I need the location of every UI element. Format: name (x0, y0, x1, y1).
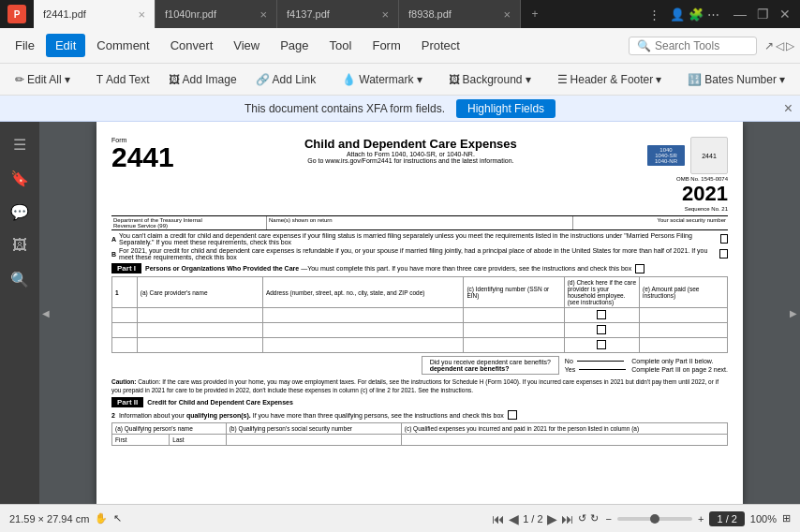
tab-close-icon[interactable]: × (259, 7, 267, 22)
tab-f8938[interactable]: f8938.pdf × (399, 0, 521, 28)
add-image-button[interactable]: 🖼 Add Image (161, 69, 244, 90)
table-cell-addr-3 (262, 338, 464, 353)
ssn-label: Your social security number (572, 216, 728, 229)
form-title-block: Child and Dependent Care Expenses Attach… (182, 137, 640, 164)
close-notification-icon[interactable]: × (784, 100, 793, 117)
bates-number-button[interactable]: 🔢 Bates Number ▾ (680, 69, 793, 90)
tab-close-icon[interactable]: × (138, 7, 145, 22)
user-icon[interactable]: 👤 (670, 7, 685, 22)
toolbar: ✏ Edit All ▾ T Add Text 🖼 Add Image 🔗 Ad… (0, 64, 800, 96)
table-cell-name-1 (137, 308, 262, 323)
zoom-in-button[interactable]: + (698, 513, 704, 525)
background-button[interactable]: 🖼 Background ▾ (441, 69, 539, 90)
add-text-button[interactable]: T Add Text (89, 69, 157, 90)
menu-view[interactable]: View (224, 34, 269, 57)
row2-num: 2 (111, 412, 115, 419)
forward-icon[interactable]: ▷ (786, 39, 794, 52)
menu-tool[interactable]: Tool (320, 34, 362, 57)
select-tool-icon[interactable]: ↖ (113, 512, 122, 525)
watermark-button[interactable]: 💧 Watermark ▾ (334, 69, 429, 90)
status-bar: 21.59 × 27.94 cm ✋ ↖ ⏮ ◀ 1 / 2 ▶ ⏭ ↺ ↻ −… (0, 504, 800, 532)
highlight-fields-button[interactable]: Highlight Fields (456, 99, 556, 118)
restore-button[interactable]: ❐ (753, 5, 772, 23)
table-cell-id-3 (464, 338, 564, 353)
part2-label: Part II (111, 397, 143, 407)
zoom-out-button[interactable]: − (606, 513, 612, 525)
tab-f2441[interactable]: f2441.pdf × (34, 0, 156, 28)
table-cell-addr-2 (262, 323, 464, 338)
tab-f4137[interactable]: f4137.pdf × (277, 0, 399, 28)
table-cell-check-1 (564, 308, 639, 323)
back-icon[interactable]: ◁ (776, 39, 784, 52)
tab-close-icon[interactable]: × (503, 7, 511, 22)
table-cell-check-3 (564, 338, 639, 353)
rotate-left-icon[interactable]: ↺ (578, 512, 586, 525)
sidebar-bookmark-icon[interactable]: 🔖 (5, 163, 35, 193)
part1-checkbox[interactable] (635, 264, 644, 273)
search-tools-input[interactable] (655, 39, 748, 52)
hand-tool-icon[interactable]: ✋ (95, 512, 108, 525)
chevron-down-icon: ▾ (65, 73, 70, 86)
menu-bar: File Edit Comment Convert View Page Tool… (0, 28, 800, 64)
sidebar-thumbnail-icon[interactable]: ☰ (5, 129, 35, 159)
left-page-arrow[interactable]: ◀ (39, 122, 52, 504)
next-page-button[interactable]: ▶ (547, 511, 557, 526)
row2-checkbox[interactable] (597, 325, 606, 334)
menu-comment[interactable]: Comment (87, 34, 158, 57)
tab-close-icon[interactable]: × (381, 7, 389, 22)
app-logo: P (7, 5, 26, 23)
tab-f1040nr[interactable]: f1040nr.pdf × (156, 0, 277, 28)
row3-checkbox[interactable] (597, 340, 606, 349)
form-title: Child and Dependent Care Expenses (182, 137, 640, 151)
menu-page[interactable]: Page (271, 34, 318, 57)
sidebar-image-icon[interactable]: 🖼 (5, 230, 35, 260)
menu-edit[interactable]: Edit (46, 34, 85, 57)
overflow-menu-icon[interactable]: ⋮ (648, 7, 660, 22)
header-footer-button[interactable]: ☰ Header & Footer ▾ (550, 69, 670, 90)
table-cell-name-2 (137, 323, 262, 338)
menu-convert[interactable]: Convert (161, 34, 223, 57)
form-year: 2021 (647, 182, 728, 206)
link-icon: 🔗 (256, 73, 270, 86)
sidebar-search-icon[interactable]: 🔍 (5, 264, 35, 294)
last-page-button[interactable]: ⏭ (561, 511, 574, 526)
more-icon[interactable]: ⋯ (707, 7, 719, 22)
chevron-down-icon: ▾ (779, 73, 785, 86)
menu-file[interactable]: File (6, 34, 44, 57)
plugin-icon[interactable]: 🧩 (689, 7, 704, 22)
add-link-button[interactable]: 🔗 Add Link (248, 69, 324, 90)
external-link-icon[interactable]: ↗ (764, 39, 774, 52)
right-page-arrow[interactable]: ▶ (787, 122, 800, 504)
close-button[interactable]: ✕ (776, 5, 794, 23)
minimize-button[interactable]: — (731, 5, 749, 23)
bates-label: Bates Number (704, 73, 777, 86)
section-a-checkbox[interactable] (720, 234, 728, 244)
col-e-header: (e) Amount paid (see instructions) (640, 277, 728, 308)
more-toolbar-button[interactable]: ▾ (796, 69, 800, 90)
row1-checkbox[interactable] (597, 310, 606, 319)
menu-protect[interactable]: Protect (412, 34, 469, 57)
part1-header: Part I Persons or Organizations Who Prov… (111, 263, 728, 273)
zoom-slider[interactable] (617, 517, 692, 521)
col-a-header: (a) Care provider's name (137, 277, 262, 308)
bates-icon: 🔢 (688, 73, 702, 86)
sidebar-comment-icon[interactable]: 💬 (5, 197, 35, 227)
doc-scroll-area[interactable]: Form 2441 Child and Dependent Care Expen… (52, 122, 787, 504)
part2-checkbox[interactable] (508, 410, 517, 420)
prev-page-button[interactable]: ◀ (509, 511, 519, 526)
fit-page-icon[interactable]: ⊞ (782, 512, 791, 525)
name-label: Name(s) shown on return (266, 216, 572, 229)
menu-form[interactable]: Form (363, 34, 409, 57)
search-icon: 🔍 (637, 39, 651, 52)
first-page-button[interactable]: ⏮ (492, 511, 505, 526)
zoom-level: 100% (750, 513, 777, 525)
section-b-checkbox[interactable] (719, 249, 728, 259)
add-tab-button[interactable]: + (521, 0, 549, 28)
col-b2-header: (b) Qualifying person's social security … (226, 423, 401, 435)
rotate-right-icon[interactable]: ↻ (590, 512, 599, 525)
chevron-down-icon: ▾ (656, 73, 661, 86)
status-right: − + 1 / 2 100% ⊞ (606, 511, 791, 526)
background-label: Background (463, 73, 523, 86)
notification-text: This document contains XFA form fields. (244, 102, 445, 115)
edit-all-button[interactable]: ✏ Edit All ▾ (7, 69, 78, 90)
